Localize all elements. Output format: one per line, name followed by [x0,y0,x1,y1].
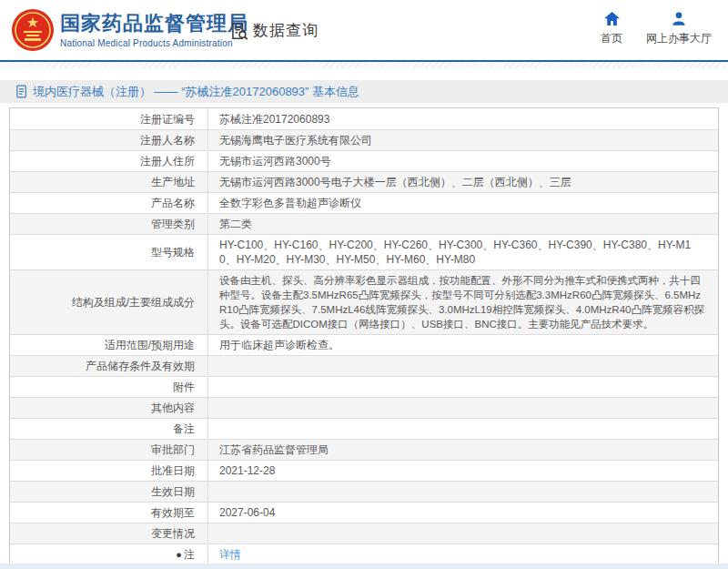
header: 国家药品监督管理局 National Medical Products Admi… [0,0,728,60]
table-row: 备注 [10,418,718,439]
row-label: ● 注 [10,544,207,564]
table-row: 生效日期 [10,481,718,502]
footer-strip [0,564,728,569]
row-value [207,523,718,544]
row-value: HY-C100、HY-C160、HY-C200、HY-C260、HY-C300、… [207,235,718,269]
row-label-text: 注 [184,547,195,562]
table-row: 适用范围/预期用途 用于临床超声诊断检查。 [10,334,718,355]
nmpa-emblem-logo [11,8,55,52]
table-row-models: 型号规格 HY-C100、HY-C160、HY-C200、HY-C260、HY-… [10,234,718,269]
row-label: 审批部门 [10,440,207,460]
row-label: 注册证编号 [10,108,207,129]
table-row: 附件 [10,376,718,397]
row-value: 无锡市运河西路3000号电子大楼一层（西北侧）、二层（西北侧）、三层 [207,172,718,192]
table-row: 产品储存条件及有效期 [10,355,718,376]
agency-name-en: National Medical Products Administration [60,38,248,48]
row-value: 无锡市运河西路3000号 [207,151,718,171]
table-row-note: ● 注 详情 [10,544,718,564]
row-value: 全数字彩色多普勒超声诊断仪 [207,193,718,213]
detail-link[interactable]: 详情 [219,547,241,562]
table-row: 审批部门 江苏省药品监督管理局 [10,439,718,460]
row-label: 适用范围/预期用途 [10,335,207,355]
row-label: 批准日期 [10,461,207,481]
row-value [207,356,718,376]
top-nav: 首页 网上办事大厅 [601,12,712,46]
table-row: 注册人名称 无锡海鹰电子医疗系统有限公司 [10,129,718,150]
hatch-strip [0,62,728,68]
agency-title-block: 国家药品监督管理局 National Medical Products Admi… [60,12,248,48]
row-label: 注册人名称 [10,130,207,150]
row-label: 管理类别 [10,214,207,234]
nav-item-service-hall[interactable]: 网上办事大厅 [646,12,712,46]
document-icon [16,85,27,98]
user-icon [672,12,686,25]
row-value [207,398,718,418]
row-value [207,377,718,397]
table-row: 产品名称 全数字彩色多普勒超声诊断仪 [10,192,718,213]
row-value: 第二类 [207,214,718,234]
row-label: 产品储存条件及有效期 [10,356,207,376]
row-label: 结构及组成/主要组成成分 [10,270,207,334]
row-value: 江苏省药品监督管理局 [207,440,718,460]
row-label: 其他内容 [10,398,207,418]
row-value: 用于临床超声诊断检查。 [207,335,718,355]
row-label: 生效日期 [10,482,207,502]
row-label: 型号规格 [10,235,207,269]
row-value: 苏械注准20172060893 [207,108,718,129]
table-row: 变更情况 [10,523,718,544]
data-query-label: 数据查询 [253,20,318,41]
row-label: 产品名称 [10,193,207,213]
registration-info-table: 注册证编号 苏械注准20172060893 注册人名称 无锡海鹰电子医疗系统有限… [9,107,719,565]
nav-label: 首页 [601,31,622,46]
doc-magnifier-icon [229,21,248,41]
page: 国家药品监督管理局 National Medical Products Admi… [0,0,728,569]
row-value [207,419,718,439]
note-dot-icon: ● [176,547,182,562]
table-row: 有效期至 2027-06-04 [10,502,718,523]
table-row-structure: 结构及组成/主要组成成分 设备由主机、探头、高分辨率彩色显示器组成，按功能配置、… [10,269,718,334]
row-value: 详情 [207,544,718,564]
row-value: 设备由主机、探头、高分辨率彩色显示器组成，按功能配置、外形不同分为推车式和便携式… [207,270,718,334]
table-row: 注册证编号 苏械注准20172060893 [10,108,718,129]
breadcrumb: 境内医疗器械（注册） —— “苏械注准20172060893” 基本信息 [0,80,728,103]
table-row: 管理类别 第二类 [10,213,718,234]
row-value [207,482,718,502]
row-label: 生产地址 [10,172,207,192]
table-row: 生产地址 无锡市运河西路3000号电子大楼一层（西北侧）、二层（西北侧）、三层 [10,171,718,192]
agency-name-cn: 国家药品监督管理局 [60,12,248,36]
row-value: 无锡海鹰电子医疗系统有限公司 [207,130,718,150]
breadcrumb-text: 境内医疗器械（注册） —— “苏械注准20172060893” 基本信息 [33,84,359,100]
row-label: 备注 [10,419,207,439]
table-row: 批准日期 2021-12-28 [10,460,718,481]
row-label: 有效期至 [10,503,207,523]
nav-item-home[interactable]: 首页 [601,12,622,46]
row-label: 附件 [10,377,207,397]
row-value: 2021-12-28 [207,461,718,481]
table-row: 注册人住所 无锡市运河西路3000号 [10,150,718,171]
data-query-section[interactable]: 数据查询 [229,20,318,41]
row-value: 2027-06-04 [207,503,718,523]
row-label: 变更情况 [10,523,207,544]
nav-label: 网上办事大厅 [646,31,712,46]
table-row: 其他内容 [10,397,718,418]
row-label: 注册人住所 [10,151,207,171]
home-icon [604,12,620,25]
